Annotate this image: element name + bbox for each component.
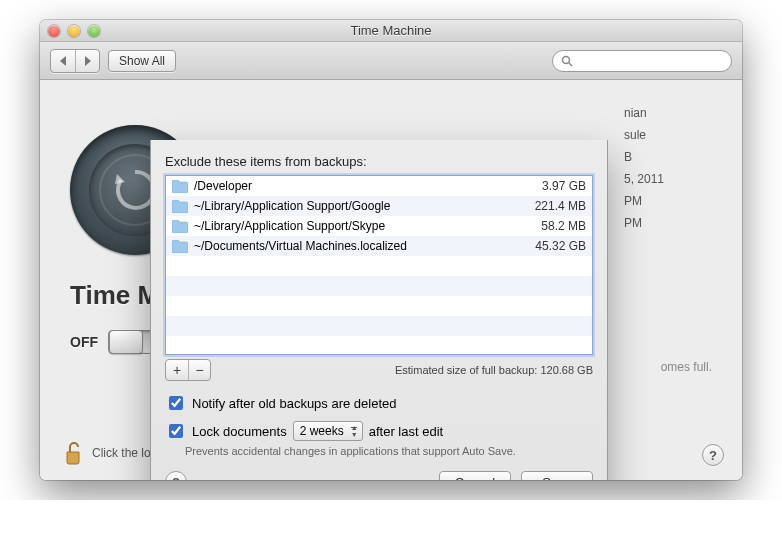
unlock-icon [62, 440, 84, 466]
switch-state-label: OFF [70, 334, 98, 350]
remove-button[interactable]: − [188, 360, 210, 380]
folder-icon [172, 200, 188, 213]
preferences-window: Time Machine Show All Time M [40, 20, 742, 480]
sheet-help-button[interactable]: ? [165, 471, 187, 480]
show-all-button[interactable]: Show All [108, 50, 176, 72]
lock-label-before: Lock documents [192, 424, 287, 439]
window-title: Time Machine [40, 23, 742, 38]
forward-button[interactable] [75, 50, 99, 72]
estimate-label: Estimated size of full backup: 120.68 GB [211, 364, 593, 376]
disk-info: nian sule B 5, 2011 PM PM [624, 102, 724, 234]
svg-point-0 [563, 56, 570, 63]
notify-checkbox[interactable] [169, 396, 183, 410]
lock-docs-checkbox[interactable] [169, 424, 183, 438]
folder-icon [172, 180, 188, 193]
exclude-list[interactable]: /Developer 3.97 GB ~/Library/Application… [165, 175, 593, 355]
zoom-window[interactable] [88, 25, 100, 37]
titlebar: Time Machine [40, 20, 742, 42]
exclude-row[interactable]: ~/Library/Application Support/Google 221… [166, 196, 592, 216]
toolbar: Show All [40, 42, 742, 80]
help-button[interactable]: ? [702, 444, 724, 466]
minimize-window[interactable] [68, 25, 80, 37]
add-remove-segment: + − [165, 359, 211, 381]
exclude-row[interactable]: ~/Documents/Virtual Machines.localized 4… [166, 236, 592, 256]
folder-icon [172, 240, 188, 253]
notify-label: Notify after old backups are deleted [192, 396, 397, 411]
save-button[interactable]: Save [521, 471, 593, 480]
lock-hint: Prevents accidental changes in applicati… [185, 445, 593, 457]
options-sheet: Exclude these items from backups: /Devel… [150, 140, 608, 480]
exclude-row[interactable]: ~/Library/Application Support/Skype 58.2… [166, 216, 592, 236]
folder-icon [172, 220, 188, 233]
toolbar-search[interactable] [552, 50, 732, 72]
nav-segment [50, 49, 100, 73]
sheet-heading: Exclude these items from backups: [165, 154, 593, 169]
cancel-button[interactable]: Cancel [439, 471, 511, 480]
lock-label-after: after last edit [369, 424, 443, 439]
search-input[interactable] [579, 53, 723, 69]
pane-body: Time Machine OFF nian sule B 5, 2011 PM … [40, 80, 742, 480]
close-window[interactable] [48, 25, 60, 37]
lock-period-select[interactable]: 2 weeks ▲▼ [293, 421, 363, 441]
add-button[interactable]: + [166, 360, 188, 380]
svg-line-1 [569, 63, 572, 66]
search-icon [561, 55, 573, 67]
exclude-row[interactable]: /Developer 3.97 GB [166, 176, 592, 196]
back-button[interactable] [51, 50, 75, 72]
text-fragment: omes full. [661, 360, 712, 374]
notify-checkbox-row[interactable]: Notify after old backups are deleted [165, 393, 593, 413]
traffic-lights [40, 25, 100, 37]
